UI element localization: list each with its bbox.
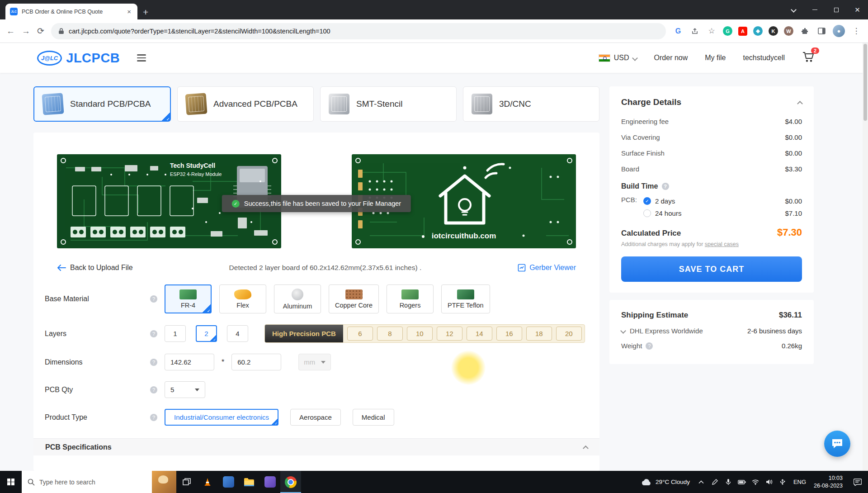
dimension-width-input[interactable] — [165, 354, 214, 370]
layers-option-10[interactable]: 10 — [407, 327, 433, 341]
pcb-qty-select[interactable]: 5 — [165, 381, 205, 398]
currency-selector[interactable]: USD — [599, 54, 637, 62]
product-type-medical[interactable]: Medical — [353, 409, 394, 426]
usb-icon[interactable] — [777, 471, 788, 493]
scrollbar-thumb[interactable] — [863, 44, 867, 121]
layers-option-12[interactable]: 12 — [437, 327, 462, 341]
product-type-industrial[interactable]: Industrial/Consumer electronics — [165, 409, 278, 426]
save-to-cart-button[interactable]: SAVE TO CART — [621, 256, 802, 282]
jlcpcb-logo[interactable]: J@LC JLCPCB — [37, 51, 120, 66]
action-center-button[interactable] — [847, 471, 868, 493]
tab-standard-pcb[interactable]: Standard PCB/PCBA — [33, 86, 171, 122]
extension-teal-icon[interactable]: ◆ — [753, 26, 763, 36]
material-option-rogers[interactable]: Rogers — [387, 284, 434, 313]
taskbar-search[interactable]: Type here to search — [22, 471, 176, 493]
pen-icon[interactable] — [709, 471, 721, 493]
app-icon-blue[interactable] — [218, 471, 239, 493]
special-cases-link[interactable]: special cases — [705, 241, 739, 247]
material-option-copper-core[interactable]: Copper Core — [329, 284, 379, 313]
nav-order-now[interactable]: Order now — [654, 54, 688, 62]
help-icon[interactable] — [150, 359, 157, 366]
language-indicator[interactable]: ENG — [790, 471, 809, 493]
tab-smt-stencil[interactable]: SMT-Stencil — [320, 86, 457, 122]
layers-option-8[interactable]: 8 — [377, 327, 403, 341]
google-lens-icon[interactable]: G — [673, 26, 684, 37]
adobe-extension-icon[interactable]: A — [738, 27, 747, 36]
side-panel-icon[interactable] — [816, 26, 827, 37]
layers-option-2[interactable]: 2 — [196, 325, 217, 342]
taskbar-clock[interactable]: 10:03 26-08-2023 — [809, 471, 847, 493]
tab-search-chevron-icon[interactable] — [783, 0, 804, 19]
wifi-icon[interactable] — [750, 471, 761, 493]
battery-icon[interactable] — [736, 471, 748, 493]
task-view-button[interactable] — [176, 471, 197, 493]
back-icon[interactable]: ← — [6, 27, 15, 35]
layers-option-4[interactable]: 4 — [227, 325, 248, 342]
nav-account[interactable]: techstudycell — [743, 54, 785, 62]
cart-button[interactable]: 2 — [802, 51, 815, 65]
layers-option-20[interactable]: 20 — [556, 327, 582, 341]
microphone-icon[interactable] — [722, 471, 734, 493]
back-to-upload-link[interactable]: Back to Upload File — [57, 264, 133, 272]
tab-advanced-pcb[interactable]: Advanced PCB/PCBA — [177, 86, 314, 122]
grammarly-extension-icon[interactable]: G — [723, 26, 732, 36]
refresh-icon[interactable]: ⟳ — [37, 27, 44, 35]
catalog-menu-icon[interactable] — [137, 54, 146, 62]
pcb-specifications-header[interactable]: PCB Specifications — [33, 438, 599, 455]
collapse-chevron-icon[interactable] — [583, 446, 589, 451]
window-close-button[interactable]: ✕ — [847, 0, 868, 19]
vlc-app-icon[interactable] — [197, 471, 218, 493]
help-icon[interactable] — [150, 295, 157, 303]
forward-icon[interactable]: → — [22, 27, 30, 35]
nav-my-file[interactable]: My file — [705, 54, 726, 62]
build-time-option-24hours[interactable]: 24 hours $7.10 — [643, 207, 802, 219]
shipping-carrier-row[interactable]: DHL Express Worldwide 2-6 business days — [621, 323, 802, 338]
share-icon[interactable] — [689, 26, 700, 37]
bookmark-star-icon[interactable]: ☆ — [706, 26, 717, 37]
layers-option-16[interactable]: 16 — [496, 327, 522, 341]
layers-option-6[interactable]: 6 — [347, 327, 373, 341]
profile-avatar[interactable]: ● — [833, 25, 845, 37]
help-icon[interactable] — [150, 414, 157, 421]
url-bar[interactable]: cart.jlcpcb.com/quote?orderType=1&stenci… — [51, 23, 666, 39]
taskbar-weather[interactable]: 29°C Cloudy — [636, 471, 695, 493]
product-type-aerospace[interactable]: Aerospace — [290, 409, 341, 426]
browser-menu-icon[interactable]: ⋮ — [851, 26, 862, 37]
build-time-option-2days[interactable]: 2 days $0.00 — [643, 195, 802, 207]
tab-3d-cnc[interactable]: 3D/CNC — [463, 86, 599, 122]
window-minimize-button[interactable] — [804, 0, 826, 19]
help-icon[interactable] — [646, 342, 653, 350]
dimension-height-input[interactable] — [231, 354, 281, 370]
help-icon[interactable] — [662, 183, 669, 190]
material-option-ptfe[interactable]: PTFE Teflon — [441, 284, 490, 313]
help-icon[interactable] — [150, 386, 157, 393]
radio-selected-icon[interactable] — [643, 197, 651, 205]
extensions-puzzle-icon[interactable] — [799, 26, 810, 37]
page-scrollbar[interactable] — [863, 43, 868, 471]
file-explorer-icon[interactable] — [239, 471, 259, 493]
new-tab-button[interactable]: + — [143, 7, 148, 17]
chevron-down-icon[interactable] — [620, 328, 626, 334]
live-chat-button[interactable] — [824, 431, 850, 457]
material-option-flex[interactable]: Flex — [219, 284, 266, 313]
radio-unselected-icon[interactable] — [643, 209, 651, 217]
help-icon[interactable] — [150, 330, 157, 337]
extension-brown-icon[interactable]: W — [784, 26, 793, 36]
material-option-aluminum[interactable]: Aluminum — [274, 284, 321, 313]
collapse-chevron-icon[interactable] — [797, 100, 803, 106]
chrome-taskbar-icon[interactable] — [280, 471, 301, 493]
start-button[interactable] — [0, 471, 22, 493]
volume-icon[interactable] — [763, 471, 775, 493]
tab-close-icon[interactable]: × — [125, 7, 133, 16]
extension-dark-icon[interactable]: K — [769, 26, 778, 36]
unit-select[interactable]: mm — [298, 354, 331, 370]
app-icon-purple[interactable] — [259, 471, 280, 493]
search-daily-image[interactable] — [152, 471, 176, 493]
material-option-fr4[interactable]: FR-4 — [165, 284, 212, 313]
window-maximize-button[interactable] — [826, 0, 847, 19]
layers-option-18[interactable]: 18 — [526, 327, 552, 341]
layers-option-1[interactable]: 1 — [165, 325, 186, 342]
tray-chevron-up-icon[interactable] — [695, 471, 707, 493]
gerber-viewer-link[interactable]: Gerber Viewer — [518, 264, 576, 272]
layers-option-14[interactable]: 14 — [467, 327, 492, 341]
